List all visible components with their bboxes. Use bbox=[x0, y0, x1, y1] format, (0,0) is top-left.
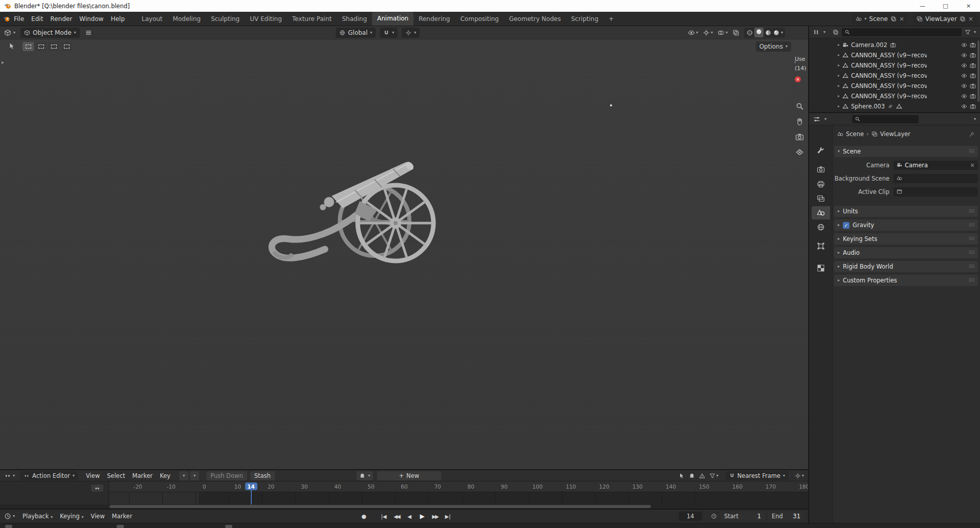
panel-grip-icon[interactable]: ⠿⠿ bbox=[969, 149, 974, 154]
render-visibility-icon[interactable] bbox=[970, 83, 976, 89]
panel-header-keying-sets[interactable]: ▸ Keying Sets ⠿⠿ bbox=[834, 233, 978, 245]
outliner-row[interactable]: ▸ CANNON_ASSY (v9~recovered).004 bbox=[809, 71, 980, 81]
render-visibility-icon[interactable] bbox=[970, 93, 976, 99]
tab-scripting[interactable]: Scripting bbox=[566, 13, 603, 25]
render-visibility-icon[interactable] bbox=[970, 52, 976, 58]
mode-dropdown[interactable]: Object Mode ▾ bbox=[20, 28, 80, 38]
outliner-item-name[interactable]: Sphere.003 bbox=[851, 103, 885, 110]
outliner-row[interactable]: ▸ CANNON_ASSY (v9~recovered).006 bbox=[809, 91, 980, 101]
outliner-item-name[interactable]: CANNON_ASSY (v9~recovered).002 bbox=[851, 52, 927, 59]
filter-funnel-icon[interactable] bbox=[709, 473, 715, 479]
outliner-search-input[interactable] bbox=[842, 28, 962, 36]
hide-eye-icon[interactable] bbox=[961, 103, 967, 109]
next-keyframe-button[interactable]: ▶▶ bbox=[429, 512, 441, 521]
play-reverse-button[interactable]: ◀ bbox=[404, 512, 415, 521]
tab-animation[interactable]: Animation bbox=[372, 12, 413, 26]
play-button[interactable]: ▶ bbox=[417, 512, 428, 521]
mode-options-icon[interactable] bbox=[85, 29, 92, 36]
shading-material-icon[interactable] bbox=[765, 29, 772, 36]
render-visibility-icon[interactable] bbox=[970, 62, 976, 69]
outliner-item-name[interactable]: CANNON_ASSY (v9~recovered).006 bbox=[851, 93, 927, 100]
jump-start-button[interactable]: |◀ bbox=[378, 512, 389, 521]
render-visibility-icon[interactable] bbox=[970, 73, 976, 79]
end-frame-field[interactable]: End 31 bbox=[768, 512, 804, 521]
proportional-editing-dropdown[interactable]: ▾ bbox=[795, 473, 804, 479]
expand-arrow-icon[interactable]: ▸ bbox=[838, 53, 840, 57]
outliner-item-name[interactable]: CANNON_ASSY (v9~recovered).003 bbox=[851, 62, 927, 69]
outliner-row[interactable]: ▸ CANNON_ASSY (v9~recovered).005 bbox=[809, 81, 980, 91]
hide-eye-icon[interactable] bbox=[961, 93, 967, 99]
menu-help[interactable]: Help bbox=[107, 14, 128, 24]
action-browse-button[interactable]: ▾ bbox=[179, 471, 188, 480]
new-scene-icon[interactable] bbox=[890, 16, 897, 22]
tab-render-properties[interactable] bbox=[812, 163, 830, 176]
panel-grip-icon[interactable]: ⠿⠿ bbox=[969, 236, 974, 241]
pan-hand-icon[interactable] bbox=[795, 117, 804, 126]
object-visibility-dropdown[interactable]: ▾ bbox=[688, 29, 698, 36]
menu-window[interactable]: Window bbox=[76, 14, 107, 24]
unlink-scene-icon[interactable]: × bbox=[899, 15, 904, 23]
tab-modeling[interactable]: Modeling bbox=[168, 13, 206, 25]
dope-sheet-editor-icon[interactable] bbox=[4, 472, 11, 479]
outliner-item-name[interactable]: Camera.002 bbox=[851, 41, 887, 49]
expand-arrow-icon[interactable]: ▸ bbox=[838, 104, 840, 108]
properties-search-input[interactable] bbox=[852, 115, 919, 123]
tab-uv-editing[interactable]: UV Editing bbox=[245, 13, 287, 25]
panel-header-units[interactable]: ▸ Units ⠿⠿ bbox=[834, 206, 978, 217]
menu-marker[interactable]: Marker bbox=[129, 471, 157, 481]
tab-scene-properties[interactable] bbox=[812, 206, 830, 219]
tab-object-properties[interactable] bbox=[812, 239, 830, 253]
gravity-checkbox[interactable]: ✓ bbox=[843, 222, 850, 229]
menu-render[interactable]: Render bbox=[47, 14, 76, 24]
tab-output-properties[interactable] bbox=[812, 178, 830, 191]
panel-grip-icon[interactable]: ⠿⠿ bbox=[969, 223, 974, 228]
breadcrumb-viewlayer[interactable]: ViewLayer bbox=[880, 130, 910, 138]
maximize-button[interactable]: □ bbox=[934, 0, 957, 12]
filter-icon[interactable] bbox=[965, 29, 971, 35]
display-mode-icon[interactable] bbox=[833, 29, 839, 35]
outliner-editor-icon[interactable] bbox=[813, 29, 820, 36]
expand-arrow-icon[interactable]: ▸ bbox=[838, 63, 840, 68]
dope-sheet-body[interactable]: -20-100102030405060708090100110120130140… bbox=[0, 481, 808, 509]
tab-compositing[interactable]: Compositing bbox=[455, 13, 504, 25]
viewport-3d[interactable]: ▾ Object Mode ▾ Global ▾ ▾ bbox=[0, 26, 808, 469]
tab-rendering[interactable]: Rendering bbox=[413, 13, 455, 25]
select-mode-extend-button[interactable] bbox=[35, 42, 47, 51]
panel-grip-icon[interactable]: ⠿⠿ bbox=[969, 264, 974, 269]
current-frame-field[interactable]: 14 bbox=[679, 512, 702, 521]
panel-header-rigid-body-world[interactable]: ▸ Rigid Body World ⠿⠿ bbox=[834, 261, 978, 272]
expand-arrow-icon[interactable]: ▸ bbox=[838, 94, 840, 98]
shading-solid-active[interactable] bbox=[754, 28, 764, 37]
properties-editor-icon[interactable] bbox=[813, 116, 820, 123]
panel-header-custom-properties[interactable]: ▸ Custom Properties ⠿⠿ bbox=[834, 275, 978, 286]
timeline-scrollbar[interactable] bbox=[110, 505, 651, 508]
outliner-scrollbar[interactable] bbox=[977, 40, 979, 102]
new-action-button[interactable]: + New bbox=[377, 471, 441, 480]
add-workspace-button[interactable]: + bbox=[603, 13, 619, 25]
expand-arrow-icon[interactable]: ▸ bbox=[838, 43, 840, 47]
outliner-item-name[interactable]: CANNON_ASSY (v9~recovered).005 bbox=[851, 82, 927, 90]
select-mode-subtract-button[interactable] bbox=[48, 42, 59, 51]
menu-marker-timeline[interactable]: Marker bbox=[108, 511, 136, 521]
tab-geometry-nodes[interactable]: Geometry Nodes bbox=[504, 13, 566, 25]
xray-toggle-icon[interactable] bbox=[732, 29, 739, 36]
hide-eye-icon[interactable] bbox=[961, 42, 967, 48]
camera-view-icon[interactable] bbox=[795, 133, 804, 141]
shading-rendered-icon[interactable] bbox=[773, 29, 780, 36]
push-down-button[interactable]: Push Down bbox=[206, 471, 247, 480]
jump-end-button[interactable]: ▶| bbox=[442, 512, 453, 521]
camera-field[interactable]: Camera × bbox=[894, 161, 978, 170]
background-scene-field[interactable] bbox=[894, 174, 978, 183]
current-frame-badge[interactable]: 14 bbox=[245, 482, 257, 490]
menu-view[interactable]: View bbox=[82, 471, 103, 481]
panel-header-gravity[interactable]: ▸ ✓ Gravity ⠿⠿ bbox=[834, 219, 978, 231]
outliner-row[interactable]: ▸ Camera.002 bbox=[809, 40, 980, 50]
expand-channels-button[interactable]: ↔ bbox=[91, 485, 103, 492]
new-viewlayer-icon[interactable] bbox=[960, 16, 966, 22]
tab-layout[interactable]: Layout bbox=[137, 13, 168, 25]
expand-arrow-icon[interactable]: ▸ bbox=[838, 74, 840, 78]
prev-keyframe-button[interactable]: ◀◀ bbox=[391, 512, 402, 521]
menu-select[interactable]: Select bbox=[103, 471, 128, 481]
clear-camera-icon[interactable]: × bbox=[970, 162, 975, 169]
tab-texture-properties[interactable] bbox=[812, 261, 830, 275]
